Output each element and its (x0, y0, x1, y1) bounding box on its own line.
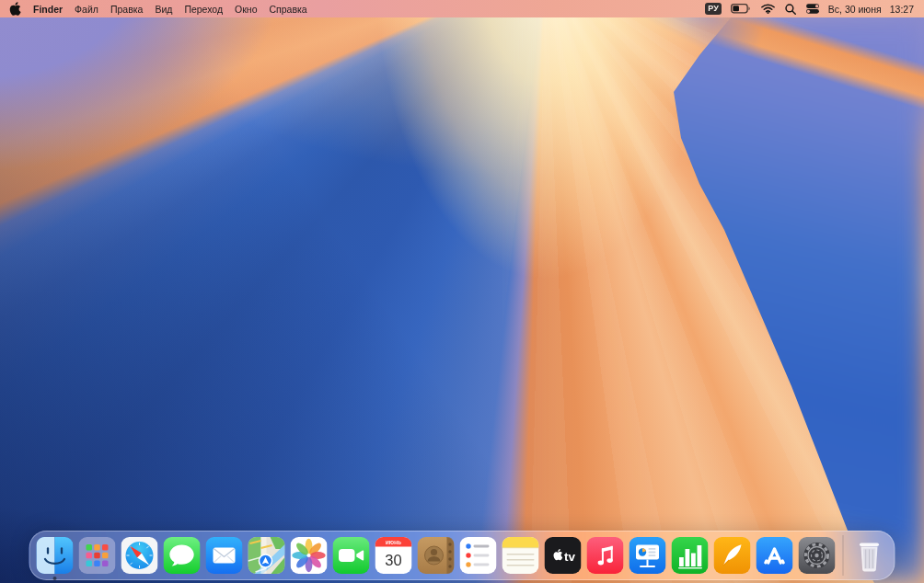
menu-bar-date[interactable]: Вс, 30 июня (828, 4, 882, 15)
menu-item-view[interactable]: Вид (155, 4, 172, 15)
dock-item-system-settings[interactable] (799, 537, 836, 574)
dock-separator (843, 535, 844, 576)
svg-text:tv: tv (564, 550, 575, 564)
dock: ИЮНЬ 30 (29, 531, 895, 580)
apple-menu-icon[interactable] (9, 2, 21, 16)
finder-icon (37, 537, 74, 574)
apple-tv-icon: tv (545, 537, 582, 574)
search-icon[interactable] (784, 3, 797, 16)
dock-item-photos[interactable] (291, 537, 328, 574)
dock-item-pages[interactable] (714, 537, 751, 574)
dock-item-mail[interactable] (206, 537, 243, 574)
dock-item-music[interactable] (587, 537, 624, 574)
photos-icon (291, 537, 328, 574)
reminders-icon (460, 537, 497, 574)
dock-item-app-store[interactable] (757, 537, 793, 574)
dock-item-maps[interactable] (248, 537, 285, 574)
desktop: Finder Файл Правка Вид Переход Окно Спра… (0, 0, 924, 583)
menu-item-edit[interactable]: Правка (110, 4, 143, 15)
wallpaper-violet-corner (0, 17, 515, 321)
launchpad-icon (79, 537, 116, 574)
menu-item-file[interactable]: Файл (75, 4, 98, 15)
input-source-indicator[interactable]: РУ (705, 3, 721, 15)
music-icon (587, 537, 624, 574)
svg-text:30: 30 (385, 552, 401, 568)
menu-item-window[interactable]: Окно (235, 4, 257, 15)
control-center-icon[interactable] (805, 3, 820, 15)
dock-item-reminders[interactable] (460, 537, 497, 574)
dock-item-trash[interactable] (851, 537, 888, 574)
dock-item-tv[interactable]: tv (545, 537, 582, 574)
facetime-icon (333, 537, 370, 574)
dock-item-facetime[interactable] (333, 537, 370, 574)
menu-item-go[interactable]: Переход (184, 4, 223, 15)
safari-icon (121, 537, 158, 574)
dock-item-finder[interactable] (37, 537, 74, 574)
calendar-icon: ИЮНЬ 30 (375, 537, 412, 574)
app-store-icon (757, 537, 793, 574)
pages-icon (714, 537, 751, 574)
dock-item-keynote[interactable] (629, 537, 666, 574)
keynote-icon (629, 537, 666, 574)
wifi-icon[interactable] (760, 3, 776, 15)
active-app-name[interactable]: Finder (33, 4, 63, 15)
menu-bar-time[interactable]: 13:27 (890, 4, 914, 15)
svg-text:ИЮНЬ: ИЮНЬ (386, 540, 401, 545)
dock-item-launchpad[interactable] (79, 537, 116, 574)
trash-icon (851, 537, 888, 574)
messages-icon (164, 537, 201, 574)
dock-item-numbers[interactable] (672, 537, 709, 574)
dock-item-messages[interactable] (164, 537, 201, 574)
mail-icon (206, 537, 243, 574)
maps-icon (248, 537, 285, 574)
numbers-icon (672, 537, 709, 574)
dock-item-safari[interactable] (121, 537, 158, 574)
wallpaper (0, 17, 924, 583)
menu-bar: Finder Файл Правка Вид Переход Окно Спра… (0, 0, 924, 17)
dock-item-calendar[interactable]: ИЮНЬ 30 (375, 537, 412, 574)
contacts-icon (418, 537, 455, 574)
dock-item-contacts[interactable] (418, 537, 455, 574)
battery-icon[interactable] (730, 3, 752, 15)
notes-icon (502, 537, 539, 574)
system-settings-icon (799, 537, 836, 574)
finder-running-indicator (53, 577, 57, 580)
dock-item-notes[interactable] (502, 537, 539, 574)
menu-item-help[interactable]: Справка (270, 4, 307, 15)
